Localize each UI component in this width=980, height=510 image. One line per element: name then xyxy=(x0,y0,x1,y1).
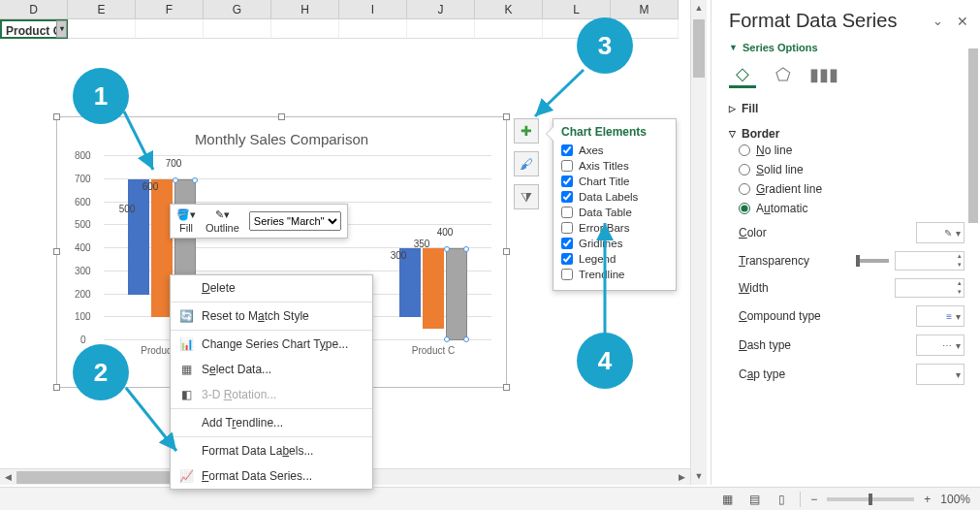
flyout-opt-axes[interactable]: Axes xyxy=(561,143,668,158)
data-label: 350 xyxy=(414,239,430,249)
radio-solid-line[interactable]: Solid line xyxy=(729,160,964,179)
width-spinner[interactable] xyxy=(895,278,964,298)
col-header[interactable]: G xyxy=(204,0,271,19)
cell-row: Product C ▾ xyxy=(0,19,679,39)
data-label: 700 xyxy=(166,158,182,169)
pane-scrollbar[interactable] xyxy=(968,48,978,481)
ctx-add-trendline[interactable]: Add Trendline... xyxy=(171,410,372,435)
col-header[interactable]: J xyxy=(407,0,475,19)
col-header[interactable]: E xyxy=(68,0,136,19)
col-header[interactable]: H xyxy=(271,0,339,19)
zoom-slider[interactable] xyxy=(827,497,914,501)
data-label: 300 xyxy=(391,250,407,261)
page-break-icon[interactable]: ▯ xyxy=(773,492,790,507)
ctx-format-data-labels[interactable]: Format Data Labels... xyxy=(171,438,372,463)
bar-mar-c[interactable] xyxy=(446,248,467,340)
ctx-reset[interactable]: 🔄Reset to Match Style xyxy=(171,303,372,329)
fill-section-toggle[interactable]: ▷Fill xyxy=(729,102,964,115)
transparency-slider[interactable] xyxy=(856,259,889,263)
dash-icon: ⋯ xyxy=(942,340,952,351)
col-header[interactable]: K xyxy=(475,0,543,19)
col-header[interactable]: L xyxy=(543,0,611,19)
chart-filters-button[interactable]: ⧩ xyxy=(514,184,539,209)
series-icon: 📈 xyxy=(178,468,194,484)
flyout-opt-trendline[interactable]: Trendline xyxy=(561,267,668,282)
cube-icon: ◧ xyxy=(178,387,194,402)
chart-title[interactable]: Monthly Sales Comparison xyxy=(57,131,506,147)
normal-view-icon[interactable]: ▦ xyxy=(718,492,736,507)
transparency-field[interactable]: Transparency xyxy=(729,247,964,274)
border-section-toggle[interactable]: ▽Border xyxy=(729,127,964,141)
active-cell[interactable]: Product C ▾ xyxy=(0,19,68,39)
ctx-format-data-series[interactable]: 📈Format Data Series... xyxy=(171,463,372,489)
color-field[interactable]: Color✎ xyxy=(729,218,964,247)
outline-button[interactable]: ✎▾ Outline xyxy=(205,208,239,234)
ctx-select-data[interactable]: ▦Select Data... xyxy=(171,357,372,382)
flyout-title: Chart Elements xyxy=(561,125,668,139)
col-header[interactable]: I xyxy=(339,0,407,19)
zoom-out[interactable]: − xyxy=(810,493,817,506)
outline-label: Outline xyxy=(205,222,239,234)
format-data-series-pane: Format Data Series ⌄ ✕ ▼Series Options ◇… xyxy=(711,0,980,485)
radio-no-line[interactable]: No line xyxy=(729,141,964,160)
series-selector[interactable]: Series "March" xyxy=(249,211,341,231)
mini-toolbar: 🪣▾ Fill ✎▾ Outline Series "March" xyxy=(170,204,348,239)
flyout-opt-axis-titles[interactable]: Axis Titles xyxy=(561,158,668,174)
annotation-1: 1 xyxy=(73,68,129,124)
fill-button[interactable]: 🪣▾ Fill xyxy=(176,208,196,234)
bar-jan-a[interactable] xyxy=(128,179,149,295)
dash-field[interactable]: Dash type⋯ xyxy=(729,331,964,360)
zoom-level[interactable]: 100% xyxy=(940,493,970,506)
ctx-delete[interactable]: Delete xyxy=(171,275,372,301)
category-label: Product C xyxy=(385,345,482,356)
reset-icon: 🔄 xyxy=(178,308,194,324)
bar-feb-c[interactable] xyxy=(423,248,444,329)
column-header-row: D E F G H I J K L M xyxy=(0,0,679,19)
pen-icon: ✎▾ xyxy=(215,208,230,221)
flyout-opt-legend[interactable]: Legend xyxy=(561,251,668,267)
tab-fill-line[interactable]: ◇ xyxy=(729,61,756,88)
pentagon-icon: ⬠ xyxy=(775,64,791,85)
radio-gradient-line[interactable]: Gradient line xyxy=(729,179,964,199)
annotation-2: 2 xyxy=(73,344,129,400)
cap-field[interactable]: Cap type xyxy=(729,360,964,389)
page-layout-icon[interactable]: ▤ xyxy=(745,492,763,507)
col-header[interactable]: D xyxy=(0,0,68,19)
data-label: 500 xyxy=(119,204,136,214)
fill-label: Fill xyxy=(179,222,193,234)
col-header[interactable]: M xyxy=(611,0,679,19)
flyout-opt-data-table[interactable]: Data Table xyxy=(561,205,668,220)
cell-value: Product C xyxy=(6,24,61,38)
cell-dropdown-icon[interactable]: ▾ xyxy=(56,20,67,38)
flyout-opt-gridlines[interactable]: Gridlines xyxy=(561,236,668,251)
paint-icon: ◇ xyxy=(736,63,749,84)
chart-elements-button[interactable]: ✚ xyxy=(514,118,539,143)
flyout-opt-chart-title[interactable]: Chart Title xyxy=(561,174,668,189)
data-label: 600 xyxy=(142,181,159,192)
collapse-pane-icon[interactable]: ⌄ xyxy=(933,14,943,28)
width-field[interactable]: Width xyxy=(729,274,964,302)
status-bar: ▦ ▤ ▯ − + 100% xyxy=(0,487,980,510)
series-options-dropdown[interactable]: ▼Series Options xyxy=(729,42,964,53)
brush-icon: 🖌 xyxy=(520,156,533,172)
plus-icon: ✚ xyxy=(521,123,532,139)
col-header[interactable]: F xyxy=(136,0,204,19)
tab-series-options[interactable]: ▮▮▮ xyxy=(810,61,838,88)
bars-icon: ▮▮▮ xyxy=(809,64,838,85)
lines-icon: ≡ xyxy=(946,311,952,322)
radio-automatic[interactable]: Automatic xyxy=(729,199,964,218)
zoom-in[interactable]: + xyxy=(924,493,931,506)
flyout-opt-data-labels[interactable]: Data Labels xyxy=(561,189,668,205)
chart-styles-button[interactable]: 🖌 xyxy=(514,151,539,176)
chart-elements-flyout: Chart Elements Axes Axis Titles Chart Ti… xyxy=(553,118,677,291)
transparency-spinner[interactable] xyxy=(895,251,964,271)
ctx-change-chart-type[interactable]: 📊Change Series Chart Type... xyxy=(171,332,372,357)
annotation-4: 4 xyxy=(577,333,633,389)
flyout-opt-error-bars[interactable]: Error Bars xyxy=(561,220,668,236)
tab-effects[interactable]: ⬠ xyxy=(770,61,797,88)
ctx-3d-rotation: ◧3-D Rotation... xyxy=(171,382,372,407)
close-pane-icon[interactable]: ✕ xyxy=(957,14,968,29)
pen-icon: ✎ xyxy=(944,228,952,239)
vertical-scrollbar[interactable]: ▲▼ xyxy=(690,0,707,485)
compound-field[interactable]: Compound type≡ xyxy=(729,302,964,331)
